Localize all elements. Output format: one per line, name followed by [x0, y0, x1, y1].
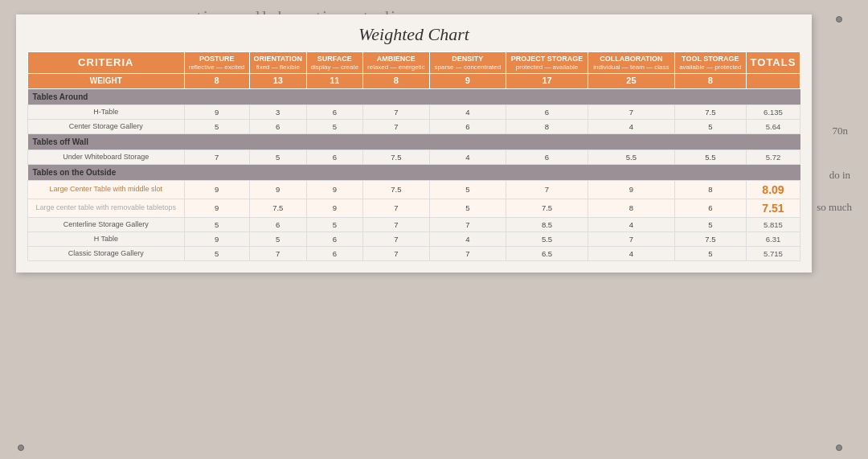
row-value: 3 — [249, 105, 306, 119]
row-value: 7 — [429, 217, 506, 232]
row-value: 9 — [306, 180, 362, 199]
table-row: Large center table with removable tablet… — [28, 199, 800, 217]
row-value: 7 — [362, 119, 429, 133]
row-total: 7.51 — [746, 199, 800, 217]
weight-posture: 8 — [184, 74, 249, 88]
weight-surface: 11 — [306, 74, 362, 88]
row-value: 7.5 — [506, 199, 588, 217]
table-row: Centerline Storage Gallery565778.5455.81… — [28, 217, 800, 232]
row-value: 9 — [249, 180, 306, 199]
row-value: 6 — [306, 150, 362, 164]
table-row: H Table956745.577.56.31 — [28, 232, 800, 246]
row-value: 7 — [184, 150, 249, 164]
row-value: 9 — [184, 105, 249, 119]
row-value: 5 — [249, 232, 306, 246]
weight-project-storage: 17 — [506, 74, 588, 88]
density-header: DENSITY sparse — concentrated — [429, 52, 506, 74]
row-value: 5 — [674, 217, 746, 232]
row-value: 5 — [429, 180, 506, 199]
pushpin-top-right — [836, 16, 842, 23]
row-value: 5 — [184, 119, 249, 133]
row-total: 5.815 — [746, 217, 800, 232]
row-value: 5 — [249, 150, 306, 164]
row-name: Under Whiteboard Storage — [28, 150, 185, 164]
row-value: 8 — [506, 119, 588, 133]
row-value: 5 — [306, 217, 362, 232]
tool-storage-header: TOOL STORAGE available — protected — [674, 52, 746, 74]
row-value: 7 — [362, 246, 429, 260]
row-value: 6 — [506, 105, 588, 119]
row-value: 7 — [249, 246, 306, 260]
row-value: 7.5 — [249, 199, 306, 217]
row-value: 7 — [362, 232, 429, 246]
row-value: 5 — [674, 246, 746, 260]
orientation-header: ORIENTATION fixed — flexible — [249, 52, 306, 74]
row-value: 4 — [588, 119, 675, 133]
section-row: Tables Around — [28, 88, 800, 105]
row-value: 9 — [306, 199, 362, 217]
row-total: 5.72 — [746, 150, 800, 164]
weight-totals — [746, 74, 800, 88]
totals-header: TOTALS — [746, 52, 800, 74]
weight-tool-storage: 8 — [674, 74, 746, 88]
row-value: 5.5 — [506, 232, 588, 246]
side-note-3: so much — [817, 201, 852, 214]
row-name: Large Center Table with middle slot — [28, 180, 185, 199]
project-storage-header: PROJECT STORAGE protected — available — [506, 52, 588, 74]
row-value: 4 — [588, 246, 675, 260]
row-value: 9 — [588, 180, 675, 199]
row-value: 7 — [362, 199, 429, 217]
row-value: 5 — [429, 199, 506, 217]
posture-header: POSTURE reflective — excited — [184, 52, 249, 74]
row-total: 5.64 — [746, 119, 800, 133]
row-value: 5.5 — [588, 150, 675, 164]
side-note-2: do in — [829, 169, 850, 182]
row-value: 4 — [429, 105, 506, 119]
row-value: 7 — [588, 232, 675, 246]
row-value: 7 — [588, 105, 675, 119]
criteria-header: CRITERIA — [28, 52, 185, 74]
row-value: 6 — [306, 232, 362, 246]
section-row: Tables off Wall — [28, 133, 800, 150]
row-name: Classic Storage Gallery — [28, 246, 185, 260]
table-row: Classic Storage Gallery576776.5455.715 — [28, 246, 800, 260]
row-value: 4 — [429, 150, 506, 164]
table-body: Tables AroundH-Table93674677.56.135Cente… — [28, 88, 800, 260]
row-value: 5 — [674, 119, 746, 133]
surface-header: SURFACE display — create — [306, 52, 362, 74]
section-row: Tables on the Outside — [28, 164, 800, 180]
row-value: 8 — [674, 180, 746, 199]
row-value: 9 — [184, 232, 249, 246]
header-row-labels: CRITERIA POSTURE reflective — excited OR… — [28, 52, 800, 74]
row-value: 7.5 — [674, 105, 746, 119]
weight-collaboration: 25 — [588, 74, 675, 88]
collaboration-header: COLLABORATION individual — team — class — [588, 52, 675, 74]
weighted-chart-table: CRITERIA POSTURE reflective — excited OR… — [27, 51, 800, 261]
row-value: 7 — [429, 246, 506, 260]
row-value: 7 — [362, 217, 429, 232]
row-name: H Table — [28, 232, 185, 246]
row-value: 4 — [588, 217, 675, 232]
row-total: 5.715 — [746, 246, 800, 260]
row-value: 7.5 — [362, 150, 429, 164]
pushpin-bottom-left — [18, 445, 24, 451]
row-name: H-Table — [28, 105, 185, 119]
row-value: 7.5 — [674, 232, 746, 246]
weight-ambience: 8 — [362, 74, 429, 88]
table-row: Large Center Table with middle slot9997.… — [28, 180, 800, 199]
table-row: Center Storage Gallery565768455.64 — [28, 119, 800, 133]
row-value: 4 — [429, 232, 506, 246]
table-row: H-Table93674677.56.135 — [28, 105, 800, 119]
weight-orientation: 13 — [249, 74, 306, 88]
chart-title: Weighted Chart — [27, 24, 800, 45]
weight-label: WEIGHT — [28, 74, 185, 88]
row-value: 9 — [184, 199, 249, 217]
row-value: 6 — [306, 246, 362, 260]
row-value: 6 — [306, 105, 362, 119]
row-value: 7.5 — [362, 180, 429, 199]
pushpin-bottom-right — [836, 445, 842, 451]
row-total: 6.135 — [746, 105, 800, 119]
row-value: 7 — [362, 105, 429, 119]
row-total: 8.09 — [746, 180, 800, 199]
row-value: 7 — [506, 180, 588, 199]
